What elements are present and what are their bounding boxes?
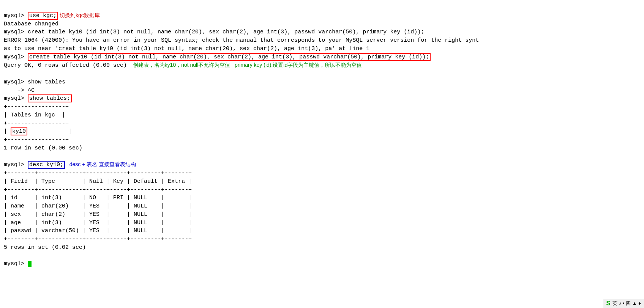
terminal-line-26: | passwd | varchar(50) | YES | | NULL | …	[4, 227, 640, 235]
mysql-prompt: mysql>	[4, 54, 28, 60]
system-tray-text: 英 ♪ • 四 ▲ ♦	[612, 300, 641, 307]
terminal-line-24: | sex | char(2) | YES | | NULL | |	[4, 211, 640, 219]
cursor	[28, 261, 32, 267]
terminal-line-14: | ky10 |	[4, 127, 640, 136]
mysql-prompt: mysql>	[4, 95, 28, 102]
terminal-line-23: | name | char(20) | YES | | NULL | |	[4, 202, 640, 211]
annotation: 创建表，名为ky10，not null不允许为空值 primary key (i…	[127, 62, 362, 68]
terminal-line-5: mysql> create table ky10 (id int(3) not …	[4, 53, 640, 61]
mysql-prompt: mysql>	[4, 162, 28, 168]
mysql-prompt: mysql>	[4, 13, 28, 19]
terminal-line-10: mysql> show tables;	[4, 94, 640, 103]
mysql-prompt: mysql>	[4, 79, 28, 85]
terminal-line-13: +-----------------+	[4, 119, 640, 128]
terminal-line-28: 5 rows in set (0.02 sec)	[4, 244, 640, 252]
terminal-output: mysql> use kgc; 切换到kgc数据库Database change…	[4, 3, 640, 268]
terminal-line-21: +--------+-------------+------+-----+---…	[4, 186, 640, 194]
terminal-line-18: mysql> desc ky10; desc + 表名 直接查看表结构	[4, 160, 640, 169]
boxed-value: ky10	[11, 127, 27, 135]
bottom-bar: S 英 ♪ • 四 ▲ ♦	[603, 299, 644, 308]
terminal-line-16: 1 row in set (0.00 sec)	[4, 144, 640, 152]
terminal-line-2: mysql> creat table ky10 (id int(3) not n…	[4, 28, 640, 36]
terminal-line-27: +--------+-------------+------+-----+---…	[4, 235, 640, 244]
mysql-prompt: mysql>	[4, 29, 28, 35]
command-boxed: desc ky10;	[28, 161, 65, 169]
terminal-line-1: Database changed	[4, 20, 640, 28]
terminal-line-25: | age | int(3) | YES | | NULL | |	[4, 219, 640, 227]
terminal-line-22: | id | int(3) | NO | PRI | NULL | |	[4, 194, 640, 202]
terminal-line-19: +--------+-------------+------+-----+---…	[4, 169, 640, 178]
terminal-line-8: mysql> show tables	[4, 78, 640, 86]
terminal-line-15: +-----------------+	[4, 136, 640, 144]
terminal-line-4: ax to use near 'creat table ky10 (id int…	[4, 45, 640, 53]
terminal-line-11: +-----------------+	[4, 103, 640, 111]
terminal-line-3: ERROR 1064 (42000): You have an error in…	[4, 36, 640, 45]
terminal-line-7	[4, 70, 640, 78]
s-icon: S	[606, 300, 611, 307]
terminal-line-9: -> ^C	[4, 86, 640, 95]
terminal-line-6: Query OK, 0 rows affected (0.00 sec) 创建表…	[4, 61, 640, 70]
annotation: desc + 表名 直接查看表结构	[65, 161, 136, 167]
terminal-line-17	[4, 152, 640, 161]
terminal-line-29	[4, 252, 640, 260]
command-boxed: use kgc;	[28, 12, 58, 20]
terminal-line-0: mysql> use kgc; 切换到kgc数据库	[4, 11, 640, 20]
command-boxed-full: create table ky10 (id int(3) not null, n…	[28, 53, 431, 61]
command-boxed: show tables;	[28, 94, 72, 102]
annotation: 切换到kgc数据库	[58, 12, 100, 18]
mysql-prompt: mysql>	[4, 261, 28, 267]
terminal-line-12: | Tables_in_kgc |	[4, 111, 640, 119]
terminal-line-20: | Field | Type | Null | Key | Default | …	[4, 178, 640, 186]
terminal-line-30: mysql>	[4, 260, 640, 268]
